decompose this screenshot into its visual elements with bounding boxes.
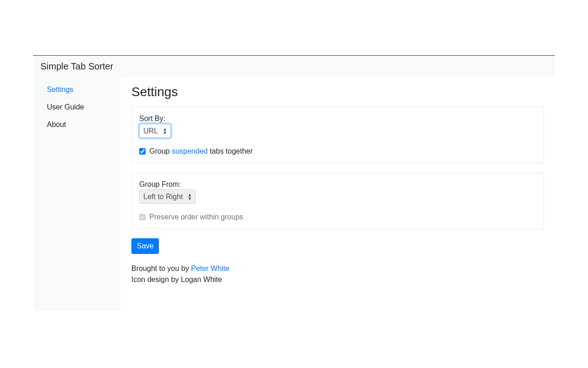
sort-by-label: Sort By: bbox=[139, 115, 536, 123]
author-link[interactable]: Peter White bbox=[191, 264, 230, 272]
content: Settings Sort By: URL ▲▼ Group suspended… bbox=[120, 77, 555, 310]
sidebar-item-about[interactable]: About bbox=[33, 116, 120, 133]
group-from-label: Group From: bbox=[139, 180, 536, 189]
footer: Brought to you by Peter White Icon desig… bbox=[131, 263, 544, 285]
sidebar-item-settings[interactable]: Settings bbox=[33, 81, 120, 98]
sort-card: Sort By: URL ▲▼ Group suspended tabs tog… bbox=[131, 107, 544, 163]
app-container: Simple Tab Sorter Settings User Guide Ab… bbox=[33, 55, 555, 310]
icon-credit-text: Icon design by Logan White bbox=[131, 274, 544, 285]
sidebar-item-user-guide[interactable]: User Guide bbox=[33, 98, 120, 116]
brand-title: Simple Tab Sorter bbox=[40, 61, 113, 71]
group-suspended-label: Group suspended tabs together bbox=[149, 147, 253, 155]
group-suspended-checkbox[interactable] bbox=[139, 148, 146, 155]
preserve-order-checkbox bbox=[139, 214, 146, 220]
group-from-select[interactable]: Left to Right bbox=[139, 190, 196, 204]
group-card: Group From: Left to Right ▲▼ Preserve or… bbox=[131, 172, 544, 229]
sort-by-select[interactable]: URL bbox=[139, 124, 171, 138]
brought-by-text: Brought to you by bbox=[131, 264, 191, 272]
suspended-link[interactable]: suspended bbox=[172, 147, 208, 155]
sidebar: Settings User Guide About bbox=[33, 77, 120, 310]
save-button[interactable]: Save bbox=[131, 238, 159, 254]
header: Simple Tab Sorter bbox=[33, 56, 555, 77]
page-title: Settings bbox=[131, 85, 544, 99]
preserve-order-label: Preserve order within groups bbox=[149, 213, 243, 221]
